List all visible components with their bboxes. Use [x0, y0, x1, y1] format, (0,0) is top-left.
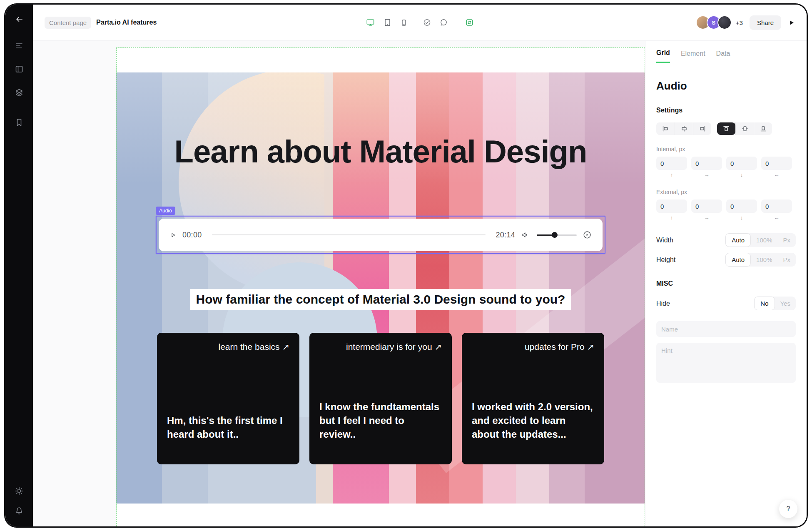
volume-knob[interactable] — [552, 232, 558, 238]
card-link[interactable]: updates for Pro ↗ — [472, 342, 594, 352]
card[interactable]: learn the basics ↗ Hm, this's the first … — [157, 333, 299, 464]
width-control: Auto 100% Px — [725, 233, 796, 247]
external-top-input[interactable]: 0 — [656, 199, 687, 213]
external-right-input[interactable]: 0 — [691, 199, 722, 213]
card-link[interactable]: intermediary is for you ↗ — [319, 342, 442, 352]
hero-heading[interactable]: Learn about Material Design — [116, 133, 645, 170]
collaborator-avatars[interactable]: S — [696, 15, 732, 30]
volume-icon[interactable] — [521, 231, 529, 239]
topbar: Content page Parta.io AI features S — [33, 5, 807, 41]
approve-check-icon[interactable] — [423, 18, 431, 27]
topbar-right: S +3 Share — [696, 15, 795, 30]
tab-element[interactable]: Element — [681, 47, 705, 63]
desktop-view-icon[interactable] — [366, 18, 375, 27]
hint-input[interactable] — [656, 343, 796, 383]
arrow-right-icon: → — [691, 172, 722, 178]
name-input[interactable] — [656, 321, 796, 337]
progress-track[interactable] — [212, 234, 486, 235]
sidebar-nav — [13, 40, 25, 129]
align-top-icon[interactable] — [717, 122, 735, 135]
hero-section[interactable]: Learn about Material Design Audio 00:00 … — [116, 72, 645, 504]
arrow-up-icon: ↑ — [656, 172, 687, 178]
arrow-up-icon: ↑ — [656, 214, 687, 221]
collaborators-more-count[interactable]: +3 — [736, 19, 743, 26]
comments-icon[interactable] — [440, 18, 448, 27]
panel-title: Audio — [656, 80, 796, 92]
card-link[interactable]: learn the basics ↗ — [167, 342, 289, 352]
internal-top-input[interactable]: 0 — [656, 157, 687, 170]
align-right-icon[interactable] — [693, 122, 711, 135]
width-row: Width Auto 100% Px — [656, 233, 796, 247]
align-bottom-icon[interactable] — [754, 122, 772, 135]
app-root: Content page Parta.io AI features S — [0, 0, 812, 531]
height-percent-option[interactable]: 100% — [751, 253, 777, 267]
external-left-input[interactable]: 0 — [761, 199, 792, 213]
arrow-left-icon: ← — [761, 172, 792, 178]
notifications-bell-icon[interactable] — [13, 505, 25, 517]
layers-icon[interactable] — [13, 86, 25, 99]
editor-canvas[interactable]: Learn about Material Design Audio 00:00 … — [33, 41, 645, 526]
card-body: I know the fundtamentals but I feel I ne… — [319, 400, 442, 441]
play-icon[interactable] — [169, 232, 177, 239]
height-label: Height — [656, 256, 675, 264]
breadcrumb[interactable]: Content page — [45, 17, 91, 29]
hide-row: Hide No Yes — [656, 297, 796, 310]
width-px-option[interactable]: Px — [777, 233, 796, 247]
settings-gear-icon[interactable] — [13, 485, 25, 497]
internal-bottom-input[interactable]: 0 — [726, 157, 757, 170]
volume-slider[interactable] — [537, 234, 577, 236]
audio-selection-tag: Audio — [156, 207, 175, 215]
avatar[interactable] — [717, 15, 732, 30]
tab-grid[interactable]: Grid — [656, 47, 670, 63]
sidebar-bottom — [13, 485, 25, 517]
mobile-view-icon[interactable] — [400, 19, 408, 27]
bookmark-icon[interactable] — [13, 116, 25, 129]
audio-component-selected[interactable]: Audio 00:00 20:14 — [156, 216, 605, 254]
page-title: Parta.io AI features — [96, 19, 157, 26]
arrow-down-icon: ↓ — [726, 172, 757, 178]
frames-icon[interactable] — [13, 63, 25, 75]
align-center-horizontal-icon[interactable] — [675, 122, 693, 135]
arrow-right-icon: → — [691, 214, 722, 221]
app-window: Content page Parta.io AI features S — [4, 3, 808, 528]
tab-data[interactable]: Data — [716, 47, 730, 63]
card-body: I worked with 2.0 version, and excited t… — [472, 400, 594, 441]
external-margin-inputs: 0 0 0 0 — [656, 199, 796, 213]
left-sidebar — [5, 5, 33, 526]
internal-left-input[interactable]: 0 — [761, 157, 792, 170]
back-button[interactable] — [13, 13, 25, 25]
tablet-view-icon[interactable] — [384, 18, 392, 27]
arrow-down-icon: ↓ — [726, 214, 757, 221]
misc-label: MISC — [656, 280, 796, 287]
sync-publish-icon[interactable] — [466, 18, 474, 27]
height-control: Auto 100% Px — [725, 253, 796, 267]
card[interactable]: updates for Pro ↗ I worked with 2.0 vers… — [462, 333, 604, 464]
device-preview-controls — [366, 18, 474, 27]
height-px-option[interactable]: Px — [777, 253, 796, 267]
question-heading[interactable]: How familiar the concept of Material 3.0… — [116, 289, 645, 310]
panel-tabs: Grid Element Data — [656, 41, 796, 63]
internal-right-input[interactable]: 0 — [691, 157, 722, 170]
width-percent-option[interactable]: 100% — [751, 233, 777, 247]
help-button[interactable]: ? — [779, 500, 797, 518]
share-button[interactable]: Share — [750, 15, 781, 30]
back-arrow-icon — [14, 14, 24, 24]
align-center-vertical-icon[interactable] — [735, 122, 754, 135]
hide-no-option[interactable]: No — [754, 297, 775, 310]
playback-speed-icon[interactable] — [583, 230, 592, 239]
width-auto-option[interactable]: Auto — [725, 233, 751, 247]
hide-yes-option[interactable]: Yes — [775, 297, 796, 310]
align-left-icon[interactable] — [656, 122, 675, 135]
audio-player[interactable]: 00:00 20:14 — [159, 219, 603, 251]
external-direction-hints: ↑ → ↓ ← — [656, 214, 796, 221]
internal-padding-label: Internal, px — [656, 146, 796, 152]
horizontal-align-group — [656, 122, 711, 135]
card[interactable]: intermediary is for you ↗ I know the fun… — [309, 333, 452, 464]
answer-cards: learn the basics ↗ Hm, this's the first … — [157, 333, 604, 464]
external-bottom-input[interactable]: 0 — [726, 199, 757, 213]
alignment-controls — [656, 122, 796, 135]
duration: 20:14 — [496, 231, 515, 239]
height-auto-option[interactable]: Auto — [725, 253, 751, 267]
preview-play-icon[interactable] — [788, 19, 795, 26]
pages-list-icon[interactable] — [13, 40, 25, 52]
